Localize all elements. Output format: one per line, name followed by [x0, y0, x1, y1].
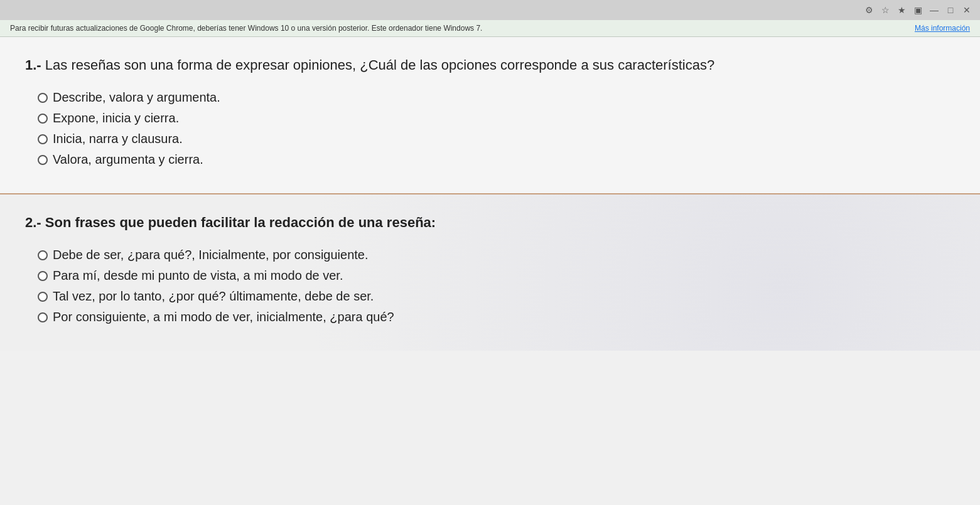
option-2-2[interactable]: Para mí, desde mi punto de vista, a mi m…: [38, 268, 955, 283]
option-1-3-label: Inicia, narra y clausura.: [53, 132, 183, 146]
question-1-number: 1.-: [25, 57, 41, 73]
option-1-4[interactable]: Valora, argumenta y cierra.: [38, 152, 955, 167]
close-icon[interactable]: ✕: [961, 4, 972, 16]
question-2-number: 2.-: [25, 215, 41, 230]
option-2-2-label: Para mí, desde mi punto de vista, a mi m…: [53, 268, 343, 283]
question-2-text: 2.- Son frases que pueden facilitar la r…: [25, 212, 955, 233]
question-2-options: Debe de ser, ¿para qué?, Inicialmente, p…: [25, 248, 955, 324]
option-1-2[interactable]: Expone, inicia y cierra.: [38, 111, 955, 125]
option-1-4-label: Valora, argumenta y cierra.: [53, 152, 203, 167]
question-2-section: 2.- Son frases que pueden facilitar la r…: [0, 194, 980, 351]
account-icon[interactable]: ▣: [912, 4, 923, 16]
bookmark-icon[interactable]: ★: [896, 4, 907, 16]
radio-2-1[interactable]: [38, 250, 48, 260]
radio-1-2[interactable]: [38, 114, 48, 124]
radio-2-4[interactable]: [38, 312, 48, 322]
option-2-4-label: Por consiguiente, a mi modo de ver, inic…: [53, 310, 394, 324]
option-2-4[interactable]: Por consiguiente, a mi modo de ver, inic…: [38, 310, 955, 324]
option-1-1[interactable]: Describe, valora y argumenta.: [38, 90, 955, 105]
question-1-options: Describe, valora y argumenta. Expone, in…: [25, 90, 955, 167]
question-1-text: 1.- Las reseñas son una forma de expresa…: [25, 55, 955, 75]
radio-1-1[interactable]: [38, 93, 48, 103]
option-1-1-label: Describe, valora y argumenta.: [53, 90, 220, 105]
main-content: 1.- Las reseñas son una forma de expresa…: [0, 37, 980, 505]
option-1-2-label: Expone, inicia y cierra.: [53, 111, 179, 125]
browser-chrome: ⚙ ☆ ★ ▣ — □ ✕: [0, 0, 980, 20]
option-2-3-label: Tal vez, por lo tanto, ¿por qué? últimam…: [53, 289, 374, 304]
option-1-3[interactable]: Inicia, narra y clausura.: [38, 132, 955, 146]
star-icon[interactable]: ☆: [880, 4, 891, 16]
notification-bar: Para recibir futuras actualizaciones de …: [0, 20, 980, 37]
radio-2-3[interactable]: [38, 292, 48, 302]
question-1-body: Las reseñas son una forma de expresar op…: [45, 57, 714, 73]
minimize-icon[interactable]: —: [929, 4, 940, 16]
radio-1-3[interactable]: [38, 134, 48, 144]
option-2-1[interactable]: Debe de ser, ¿para qué?, Inicialmente, p…: [38, 248, 955, 262]
maximize-icon[interactable]: □: [945, 4, 956, 16]
radio-2-2[interactable]: [38, 271, 48, 281]
option-2-1-label: Debe de ser, ¿para qué?, Inicialmente, p…: [53, 248, 369, 262]
question-1-section: 1.- Las reseñas son una forma de expresa…: [0, 37, 980, 194]
option-2-3[interactable]: Tal vez, por lo tanto, ¿por qué? últimam…: [38, 289, 955, 304]
question-2-body: Son frases que pueden facilitar la redac…: [45, 215, 436, 230]
radio-1-4[interactable]: [38, 155, 48, 165]
notification-text: Para recibir futuras actualizaciones de …: [10, 24, 482, 33]
notification-link[interactable]: Más información: [915, 24, 970, 33]
settings-icon[interactable]: ⚙: [863, 4, 875, 16]
